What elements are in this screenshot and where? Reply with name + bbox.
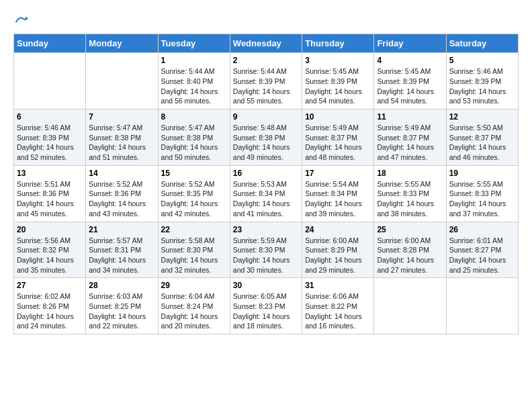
day-info: Sunrise: 5:45 AM Sunset: 8:39 PM Dayligh…: [305, 66, 371, 106]
day-info: Sunrise: 5:50 AM Sunset: 8:37 PM Dayligh…: [449, 123, 515, 163]
calendar-cell: 5Sunrise: 5:46 AM Sunset: 8:39 PM Daylig…: [446, 53, 518, 109]
calendar-cell: 28Sunrise: 6:03 AM Sunset: 8:25 PM Dayli…: [86, 278, 158, 334]
day-info: Sunrise: 5:45 AM Sunset: 8:39 PM Dayligh…: [377, 66, 443, 106]
day-of-week-header: Wednesday: [230, 34, 302, 53]
calendar-cell: 25Sunrise: 6:00 AM Sunset: 8:28 PM Dayli…: [374, 222, 446, 278]
calendar-cell: 27Sunrise: 6:02 AM Sunset: 8:26 PM Dayli…: [14, 278, 86, 334]
day-number: 27: [17, 281, 83, 290]
day-of-week-header: Thursday: [302, 34, 374, 53]
logo-text: [13, 13, 28, 27]
calendar-cell: 23Sunrise: 5:59 AM Sunset: 8:30 PM Dayli…: [230, 222, 302, 278]
calendar-header-row: SundayMondayTuesdayWednesdayThursdayFrid…: [14, 34, 519, 53]
day-number: 7: [89, 112, 154, 122]
calendar-cell: 14Sunrise: 5:52 AM Sunset: 8:36 PM Dayli…: [86, 165, 158, 222]
day-number: 3: [305, 56, 371, 65]
day-of-week-header: Friday: [374, 34, 446, 53]
logo-icon: [15, 13, 28, 27]
day-info: Sunrise: 5:56 AM Sunset: 8:32 PM Dayligh…: [17, 236, 83, 275]
day-info: Sunrise: 5:52 AM Sunset: 8:35 PM Dayligh…: [161, 179, 227, 219]
day-info: Sunrise: 5:59 AM Sunset: 8:30 PM Dayligh…: [233, 236, 299, 275]
day-number: 24: [305, 225, 371, 234]
day-info: Sunrise: 5:46 AM Sunset: 8:39 PM Dayligh…: [17, 123, 83, 163]
day-number: 17: [305, 169, 371, 178]
calendar-cell: 26Sunrise: 6:01 AM Sunset: 8:27 PM Dayli…: [446, 222, 518, 278]
page-header: [13, 13, 519, 27]
day-info: Sunrise: 5:46 AM Sunset: 8:39 PM Dayligh…: [449, 66, 515, 106]
calendar-cell: 2Sunrise: 5:44 AM Sunset: 8:39 PM Daylig…: [230, 53, 302, 109]
calendar-cell: [86, 53, 158, 109]
calendar-cell: 22Sunrise: 5:58 AM Sunset: 8:30 PM Dayli…: [158, 222, 230, 278]
day-number: 23: [233, 225, 299, 234]
day-number: 5: [449, 56, 515, 65]
day-info: Sunrise: 5:54 AM Sunset: 8:34 PM Dayligh…: [305, 179, 371, 219]
calendar-cell: [14, 53, 86, 109]
day-number: 10: [305, 112, 371, 122]
day-number: 4: [377, 56, 443, 65]
calendar-cell: 10Sunrise: 5:49 AM Sunset: 8:37 PM Dayli…: [302, 109, 374, 166]
day-info: Sunrise: 5:53 AM Sunset: 8:34 PM Dayligh…: [233, 179, 299, 219]
day-info: Sunrise: 6:06 AM Sunset: 8:22 PM Dayligh…: [305, 291, 371, 331]
day-info: Sunrise: 5:49 AM Sunset: 8:37 PM Dayligh…: [377, 123, 443, 163]
calendar-week-row: 6Sunrise: 5:46 AM Sunset: 8:39 PM Daylig…: [14, 109, 519, 166]
day-number: 21: [89, 225, 154, 234]
day-info: Sunrise: 6:04 AM Sunset: 8:24 PM Dayligh…: [161, 291, 227, 331]
calendar-cell: 12Sunrise: 5:50 AM Sunset: 8:37 PM Dayli…: [446, 109, 518, 166]
day-info: Sunrise: 5:48 AM Sunset: 8:38 PM Dayligh…: [233, 123, 299, 163]
day-number: 31: [305, 281, 371, 290]
day-number: 29: [161, 281, 227, 290]
calendar-cell: 30Sunrise: 6:05 AM Sunset: 8:23 PM Dayli…: [230, 278, 302, 334]
day-info: Sunrise: 5:44 AM Sunset: 8:39 PM Dayligh…: [233, 66, 299, 106]
day-number: 30: [233, 281, 299, 290]
calendar-cell: 3Sunrise: 5:45 AM Sunset: 8:39 PM Daylig…: [302, 53, 374, 109]
day-number: 1: [161, 56, 227, 65]
day-number: 16: [233, 169, 299, 178]
day-info: Sunrise: 6:00 AM Sunset: 8:28 PM Dayligh…: [377, 236, 443, 275]
day-number: 6: [17, 112, 83, 122]
day-number: 18: [377, 169, 443, 178]
calendar-cell: 19Sunrise: 5:55 AM Sunset: 8:33 PM Dayli…: [446, 165, 518, 222]
day-number: 20: [17, 225, 83, 234]
calendar-cell: 18Sunrise: 5:55 AM Sunset: 8:33 PM Dayli…: [374, 165, 446, 222]
calendar-cell: 7Sunrise: 5:47 AM Sunset: 8:38 PM Daylig…: [86, 109, 158, 166]
day-number: 14: [89, 169, 154, 178]
calendar-cell: 20Sunrise: 5:56 AM Sunset: 8:32 PM Dayli…: [14, 222, 86, 278]
day-number: 8: [161, 112, 227, 122]
day-of-week-header: Sunday: [14, 34, 86, 53]
day-number: 13: [17, 169, 83, 178]
day-info: Sunrise: 5:52 AM Sunset: 8:36 PM Dayligh…: [89, 179, 154, 219]
day-info: Sunrise: 5:57 AM Sunset: 8:31 PM Dayligh…: [89, 236, 154, 275]
day-info: Sunrise: 5:44 AM Sunset: 8:40 PM Dayligh…: [161, 66, 227, 106]
day-number: 22: [161, 225, 227, 234]
calendar-cell: 16Sunrise: 5:53 AM Sunset: 8:34 PM Dayli…: [230, 165, 302, 222]
calendar-week-row: 20Sunrise: 5:56 AM Sunset: 8:32 PM Dayli…: [14, 222, 519, 278]
calendar-cell: 11Sunrise: 5:49 AM Sunset: 8:37 PM Dayli…: [374, 109, 446, 166]
day-info: Sunrise: 5:49 AM Sunset: 8:37 PM Dayligh…: [305, 123, 371, 163]
day-info: Sunrise: 6:05 AM Sunset: 8:23 PM Dayligh…: [233, 291, 299, 331]
calendar-week-row: 27Sunrise: 6:02 AM Sunset: 8:26 PM Dayli…: [14, 278, 519, 334]
logo: [13, 13, 28, 27]
day-number: 19: [449, 169, 515, 178]
day-info: Sunrise: 6:00 AM Sunset: 8:29 PM Dayligh…: [305, 236, 371, 275]
day-number: 26: [449, 225, 515, 234]
day-info: Sunrise: 6:03 AM Sunset: 8:25 PM Dayligh…: [89, 291, 154, 331]
day-info: Sunrise: 5:47 AM Sunset: 8:38 PM Dayligh…: [89, 123, 154, 163]
calendar-cell: 13Sunrise: 5:51 AM Sunset: 8:36 PM Dayli…: [14, 165, 86, 222]
day-number: 15: [161, 169, 227, 178]
day-info: Sunrise: 5:55 AM Sunset: 8:33 PM Dayligh…: [449, 179, 515, 219]
day-number: 11: [377, 112, 443, 122]
calendar-cell: 8Sunrise: 5:47 AM Sunset: 8:38 PM Daylig…: [158, 109, 230, 166]
calendar-cell: [446, 278, 518, 334]
calendar-cell: 4Sunrise: 5:45 AM Sunset: 8:39 PM Daylig…: [374, 53, 446, 109]
day-number: 25: [377, 225, 443, 234]
calendar-cell: 1Sunrise: 5:44 AM Sunset: 8:40 PM Daylig…: [158, 53, 230, 109]
day-info: Sunrise: 5:51 AM Sunset: 8:36 PM Dayligh…: [17, 179, 83, 219]
calendar-cell: 21Sunrise: 5:57 AM Sunset: 8:31 PM Dayli…: [86, 222, 158, 278]
day-info: Sunrise: 6:02 AM Sunset: 8:26 PM Dayligh…: [17, 291, 83, 331]
calendar-cell: 31Sunrise: 6:06 AM Sunset: 8:22 PM Dayli…: [302, 278, 374, 334]
calendar-week-row: 13Sunrise: 5:51 AM Sunset: 8:36 PM Dayli…: [14, 165, 519, 222]
day-of-week-header: Monday: [86, 34, 158, 53]
calendar-week-row: 1Sunrise: 5:44 AM Sunset: 8:40 PM Daylig…: [14, 53, 519, 109]
day-of-week-header: Saturday: [446, 34, 518, 53]
calendar-cell: 24Sunrise: 6:00 AM Sunset: 8:29 PM Dayli…: [302, 222, 374, 278]
day-number: 12: [449, 112, 515, 122]
